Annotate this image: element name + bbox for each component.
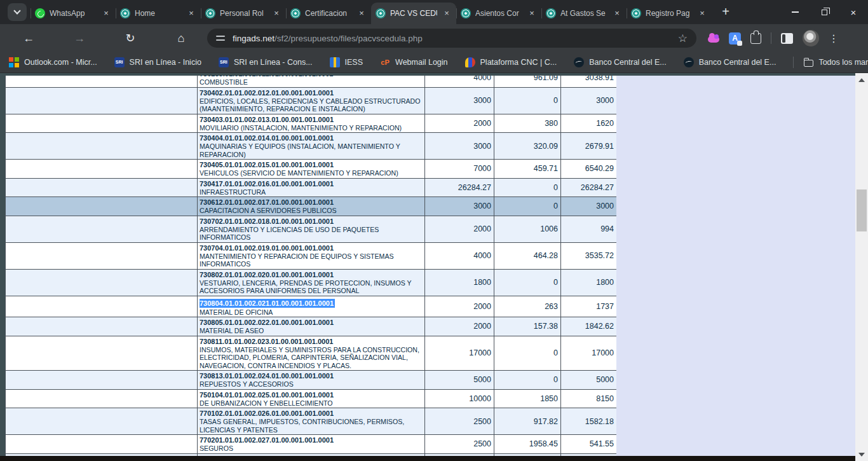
row-detail-cell: 730405.01.01.002.015.01.00.001.001.0001 … [198,160,425,179]
tab-close-icon[interactable]: × [527,8,537,18]
table-row[interactable]: 730802.01.01.002.020.01.00.001.001.0001 … [6,269,617,296]
tab-favicon-icon [290,8,301,18]
tab-close-icon[interactable]: × [442,8,452,18]
amount-cell-1: 3000 [425,87,494,114]
bookmark-item[interactable]: Plataforma CNC | C... [465,57,557,67]
table-row[interactable]: 730404.01.01.002.014.01.00.001.001.0001 … [6,133,617,160]
table-row[interactable]: 730417.01.01.002.016.01.00.001.001.0001 … [6,178,617,197]
budget-code[interactable]: 730402.01.01.002.012.01.00.001.001.0001 [200,88,423,97]
tab-close-icon[interactable]: × [697,8,707,18]
browser-tab[interactable]: PAC VS CEDU × [371,3,456,24]
bookmark-item[interactable]: SRI en Línea - Inicio [114,57,201,67]
tab-close-icon[interactable]: × [101,8,111,18]
budget-code[interactable]: 730404.01.01.002.014.01.00.001.001.0001 [200,134,423,142]
bookmark-item[interactable]: Banco Central del E... [684,57,776,67]
budget-table-container: 730253.01.01.002.011.01.00.001.001.0001 … [5,76,616,456]
amount-cell-3: 8150 [561,389,617,408]
budget-code[interactable]: 770201.01.01.002.027.01.00.001.001.0001 [200,436,423,444]
browser-tab[interactable]: At Gastos Se × [541,3,627,24]
bookmark-label: IESS [345,58,363,67]
bookmark-item[interactable]: Outlook.com - Micr... [9,57,97,67]
table-row[interactable]: 730811.01.01.002.023.01.00.001.001.0001 … [6,336,617,371]
row-detail-cell: 730702.01.01.002.018.01.00.001.001.0001 … [198,216,425,242]
browser-tab[interactable]: Asientos Cor × [456,3,541,24]
bookmark-item[interactable]: SRI en Línea - Cons... [219,57,313,67]
budget-code[interactable]: 730704.01.01.002.019.01.00.001.001.0001 [200,244,423,252]
table-row[interactable]: 730253.01.01.002.011.01.00.001.001.0001 … [6,76,617,87]
reload-button[interactable]: ↻ [119,27,141,49]
tab-favicon-icon [631,8,641,18]
budget-code[interactable]: 770102.01.01.002.026.01.00.001.001.0001 [200,409,423,418]
table-row[interactable]: 730805.01.01.002.022.01.00.001.001.0001 … [6,317,617,336]
tab-close-icon[interactable]: × [356,8,367,18]
amount-cell-2: 464.28 [494,242,561,269]
side-panel-icon[interactable] [781,33,793,44]
bookmark-item[interactable]: Banco Central del E... [574,57,667,67]
extensions-puzzle-icon[interactable] [750,33,761,44]
browser-tab[interactable]: WhatsApp × [31,3,116,24]
toolbar-divider [771,32,771,44]
table-row[interactable]: 730704.01.01.002.019.01.00.001.001.0001 … [6,242,617,269]
all-bookmarks-button[interactable]: Todos los marcadores [804,58,868,67]
table-row[interactable]: 730405.01.01.002.015.01.00.001.001.0001 … [6,160,617,179]
address-bar[interactable]: fingads.net/sf2/presupuesto/files/pacvsc… [207,29,696,48]
budget-code[interactable]: 730811.01.01.002.023.01.00.001.001.0001 [200,337,423,346]
bookmark-favicon-icon [330,57,340,67]
table-row[interactable]: 730402.01.01.002.012.01.00.001.001.0001 … [6,87,617,114]
amount-cell-2: 917.82 [494,408,561,435]
budget-code[interactable]: 730813.01.01.002.024.01.00.001.001.0001 [200,371,423,380]
budget-code[interactable]: 730702.01.01.002.018.01.00.001.001.0001 [200,217,423,226]
table-row[interactable]: 730804.01.01.002.021.01.00.001.001.0001 … [6,296,617,317]
forward-button[interactable]: → [69,27,90,49]
profile-avatar[interactable] [803,30,819,46]
budget-code[interactable]: 730417.01.01.002.016.01.00.001.001.0001 [200,179,423,188]
tab-close-icon[interactable]: × [186,8,196,18]
budget-table-body: 730253.01.01.002.011.01.00.001.001.0001 … [6,76,617,456]
browser-tab[interactable]: Certificacion × [286,3,371,24]
budget-code[interactable]: 750104.01.01.002.025.01.00.001.001.0001 [200,390,423,399]
browser-tab[interactable]: Registro Pag × [627,3,712,24]
browser-tab[interactable]: Home × [116,3,201,24]
budget-code[interactable]: 730403.01.01.002.013.01.00.001.001.0001 [200,115,423,124]
table-row[interactable]: 770102.01.01.002.026.01.00.001.001.0001 … [6,408,617,435]
budget-code[interactable]: 730802.01.01.002.020.01.00.001.001.0001 [200,270,423,279]
back-button[interactable]: ← [18,27,39,49]
table-row[interactable]: 730813.01.01.002.024.01.00.001.001.0001 … [6,371,617,390]
bookmark-item[interactable]: IESS [330,57,363,67]
bookmark-item[interactable]: Webmail Login [380,57,447,67]
row-group-cell [6,133,198,160]
budget-code[interactable]: 730612.01.01.002.017.01.00.001.001.0001 [200,198,423,207]
browser-tab[interactable]: Personal Rol × [201,3,286,24]
budget-code[interactable]: 730405.01.01.002.015.01.00.001.001.0001 [200,160,423,169]
table-row[interactable]: 730702.01.01.002.018.01.00.001.001.0001 … [6,216,617,242]
table-row[interactable]: 750104.01.01.002.025.01.00.001.001.0001 … [6,389,617,408]
scroll-down-button[interactable] [855,449,868,460]
new-tab-button[interactable]: + [717,3,735,21]
page-viewport: 730253.01.01.002.011.01.00.001.001.0001 … [0,73,868,461]
amount-cell-1: 7000 [425,160,494,179]
budget-description: MATERIAL DE ASEO [200,327,423,335]
minimize-button[interactable] [780,0,810,24]
home-button[interactable]: ⌂ [170,27,192,49]
tab-close-icon[interactable]: × [612,8,622,18]
menu-kebab-icon[interactable]: ⋮ [829,32,834,45]
tab-search-button[interactable] [8,3,27,21]
restore-button[interactable] [810,0,839,24]
close-button[interactable]: × [839,0,868,24]
budget-code[interactable]: 730804.01.01.002.021.01.00.001.001.0001 [200,299,335,308]
table-row[interactable]: 730403.01.01.002.013.01.00.001.001.0001 … [6,114,617,133]
browser-window: WhatsApp × Home × Personal Rol × [0,0,868,461]
table-row[interactable]: 770201.01.01.002.027.01.00.001.001.0001 … [6,435,617,454]
row-detail-cell: 730811.01.01.002.023.01.00.001.001.0001 … [198,336,425,371]
table-row[interactable]: 730612.01.01.002.017.01.00.001.001.0001 … [6,197,617,216]
site-settings-icon[interactable] [216,35,225,41]
vertical-scrollbar[interactable] [855,73,868,461]
scrollbar-thumb[interactable] [857,189,867,231]
tab-close-icon[interactable]: × [271,8,281,18]
amount-cell-2: 157.38 [494,317,561,336]
scroll-up-button[interactable] [855,74,868,85]
translate-extension-icon[interactable]: A [729,32,741,45]
cloud-extension-icon[interactable] [708,36,719,43]
bookmark-star-icon[interactable]: ☆ [678,32,688,45]
budget-code[interactable]: 730805.01.01.002.022.01.00.001.001.0001 [200,318,423,327]
